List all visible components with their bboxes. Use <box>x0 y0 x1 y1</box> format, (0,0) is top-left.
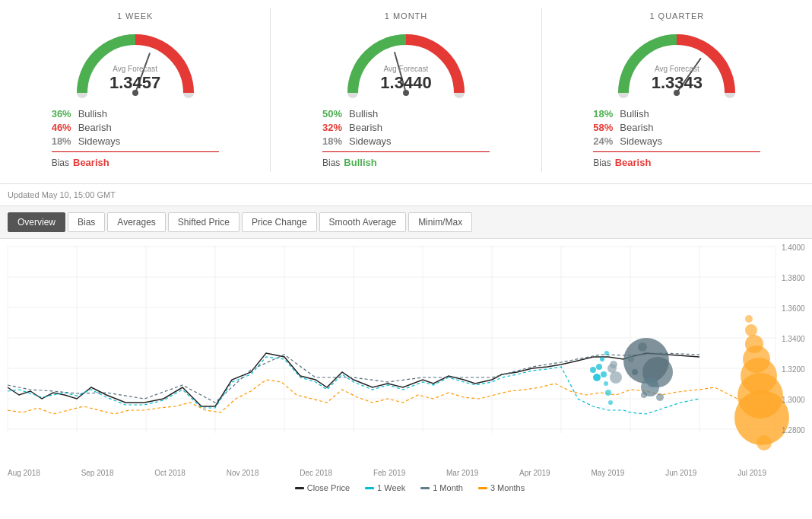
bearish-row-month: 32% Bearish <box>322 122 490 133</box>
legend-1week: 1 Week <box>365 483 405 492</box>
panel-title-week: 1 WEEK <box>117 11 154 21</box>
svg-point-26 <box>610 371 622 384</box>
svg-point-34 <box>647 377 658 387</box>
tab-minim-max[interactable]: Minim/Max <box>408 212 472 232</box>
top-section: 1 WEEK Avg Forecast 1.3457 <box>0 0 812 184</box>
tab-averages[interactable]: Averages <box>107 212 165 232</box>
stats-month: 50% Bullish 32% Bearish 18% Sideways Bia… <box>322 108 490 168</box>
update-text: Updated May 10, 15:00 GMT <box>8 190 116 199</box>
stats-quarter: 18% Bullish 58% Bearish 24% Sideways Bia… <box>593 108 760 168</box>
bullish-row-quarter: 18% Bullish <box>593 108 760 119</box>
gauge-quarter: Avg Forecast 1.3343 <box>608 24 745 100</box>
x-axis-labels: Aug 2018 Sep 2018 Oct 2018 Nov 2018 Dec … <box>8 467 812 477</box>
bias-row-month: Bias Bullish <box>322 157 490 168</box>
update-bar: Updated May 10, 15:00 GMT <box>0 184 812 206</box>
svg-point-36 <box>641 392 647 398</box>
svg-point-40 <box>600 357 604 361</box>
legend-1month: 1 Month <box>420 483 463 492</box>
sideways-row-month: 18% Sideways <box>322 135 490 147</box>
svg-point-47 <box>745 324 757 336</box>
panel-title-quarter: 1 QUARTER <box>649 11 704 21</box>
svg-text:1.3200: 1.3200 <box>782 365 805 374</box>
svg-point-33 <box>638 342 647 352</box>
bullish-row-month: 50% Bullish <box>322 108 490 119</box>
sideways-row-quarter: 24% Sideways <box>593 135 760 147</box>
stats-week: 36% Bullish 46% Bearish 18% Sideways Bia… <box>52 108 219 168</box>
gauge-month: Avg Forecast 1.3440 <box>338 24 474 100</box>
bearish-row-quarter: 58% Bearish <box>593 122 760 133</box>
svg-point-43 <box>605 390 611 396</box>
svg-point-46 <box>745 315 753 323</box>
chart-svg: 1.4000 1.3800 1.3600 1.3400 1.3200 1.300… <box>8 247 791 463</box>
svg-point-35 <box>656 393 664 401</box>
svg-point-38 <box>593 374 601 381</box>
tab-price-change[interactable]: Price Change <box>242 212 317 232</box>
forecast-panel-month: 1 MONTH Avg Forecast 1.3440 <box>271 8 541 172</box>
legend-3months: 3 Months <box>478 483 525 492</box>
forecast-panel-quarter: 1 QUARTER Avg Forecast 1.3343 <box>542 8 812 172</box>
svg-point-45 <box>604 351 609 355</box>
svg-text:1.3800: 1.3800 <box>782 274 805 282</box>
bias-row-quarter: Bias Bearish <box>593 157 760 168</box>
bullish-row-week: 36% Bullish <box>52 108 219 119</box>
tab-bar: OverviewBiasAveragesShifted PricePrice C… <box>0 206 812 239</box>
svg-point-44 <box>608 400 613 405</box>
bias-row-week: Bias Bearish <box>52 157 219 168</box>
bearish-row-week: 46% Bearish <box>52 122 219 133</box>
svg-point-27 <box>610 361 617 368</box>
legend-bar: Close Price 1 Week 1 Month 3 Months <box>8 477 812 496</box>
svg-point-39 <box>596 364 602 370</box>
panel-title-month: 1 MONTH <box>385 11 428 21</box>
forecast-panel-week: 1 WEEK Avg Forecast 1.3457 <box>0 8 271 172</box>
sideways-row-week: 18% Sideways <box>52 135 219 147</box>
svg-point-41 <box>601 371 607 377</box>
svg-text:1.3400: 1.3400 <box>782 335 805 343</box>
svg-text:1.4000: 1.4000 <box>782 244 805 252</box>
tab-shifted-price[interactable]: Shifted Price <box>168 212 239 232</box>
legend-close-price: Close Price <box>295 483 350 492</box>
svg-text:1.3600: 1.3600 <box>782 304 805 313</box>
svg-point-37 <box>590 367 596 373</box>
tab-overview[interactable]: Overview <box>8 212 65 232</box>
svg-point-53 <box>756 435 772 451</box>
svg-point-42 <box>604 381 608 386</box>
tab-smooth-average[interactable]: Smooth Average <box>319 212 407 232</box>
svg-text:1.2800: 1.2800 <box>782 426 805 435</box>
svg-text:1.3000: 1.3000 <box>782 396 805 404</box>
tab-bias[interactable]: Bias <box>68 212 105 232</box>
gauge-week: Avg Forecast 1.3457 <box>67 24 204 100</box>
chart-area: 1.4000 1.3800 1.3600 1.3400 1.3200 1.300… <box>0 239 812 504</box>
